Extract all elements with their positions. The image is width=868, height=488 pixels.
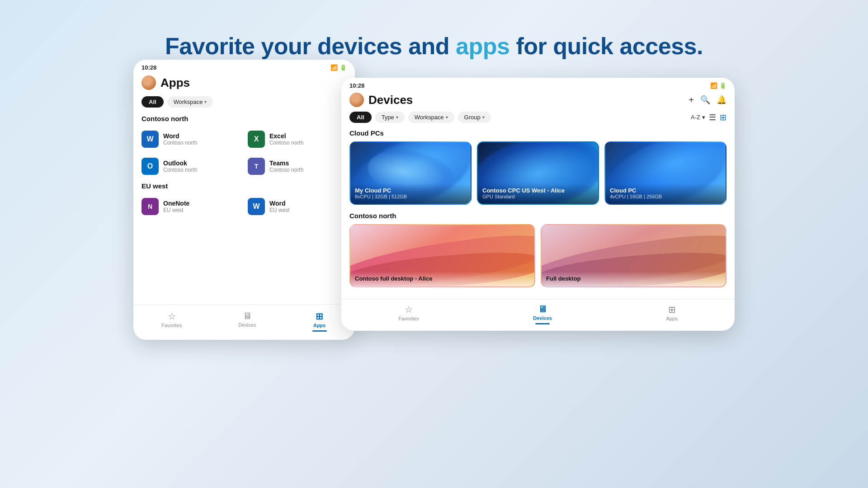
outlook-info: Outlook Contoso north [163, 160, 197, 173]
my-cloud-pc-spec: 8vCPU | 32GB | 512GB [355, 194, 466, 199]
devices-filter-all[interactable]: All [349, 112, 372, 123]
nav-devices[interactable]: 🖥 Devices [231, 309, 263, 333]
device-card-contoso-full-desktop[interactable]: Contoso full desktop - Alice [349, 224, 535, 287]
devices-filter-row: All Type ▾ Workspace ▾ Group ▾ A-Z ▾ [341, 112, 735, 127]
right-favorites-icon: ☆ [405, 304, 413, 315]
screenshots-container: 10:28 📶 🔋 Apps All Workspace ▾ Contoso n… [133, 60, 735, 340]
contoso-cpc-spec: GPU Standard [482, 194, 594, 199]
list-item[interactable]: W Word EU west [244, 193, 350, 220]
device-card-contoso-cpc[interactable]: Contoso CPC US West - Alice GPU Standard [477, 141, 599, 205]
sort-chevron-icon: ▾ [702, 114, 705, 121]
left-bottom-nav: ☆ Favorites 🖥 Devices ⊞ Apps [133, 304, 355, 340]
eu-west-grid: N OneNote EU west W Word EU west [133, 193, 355, 220]
workspace-chevron-icon2: ▾ [446, 115, 448, 120]
left-status-icons: 📶 🔋 [330, 64, 347, 71]
right-apps-label: Apps [666, 316, 678, 321]
devices-icon: 🖥 [243, 311, 252, 321]
cloud-pc-name: Cloud PC [610, 187, 721, 194]
nav-apps[interactable]: ⊞ Apps [305, 309, 334, 333]
workspace-chevron-icon: ▾ [204, 99, 207, 104]
word-icon: W [142, 131, 159, 148]
excel-info: Excel Contoso north [269, 132, 303, 146]
right-nav-devices[interactable]: 🖥 Devices [526, 302, 559, 326]
right-apps-icon: ⊞ [668, 304, 676, 315]
right-wifi-icon: 📶 [710, 82, 717, 89]
cloud-pc-spec: 4vCPU | 16GB | 256GB [610, 194, 721, 199]
full-desktop-name: Full desktop [546, 275, 721, 282]
app-sub: EU west [163, 207, 189, 213]
section-contoso-north: Contoso north [133, 112, 355, 126]
filter-workspace-button[interactable]: Workspace ▾ [167, 96, 213, 108]
nav-favorites[interactable]: ☆ Favorites [154, 309, 189, 333]
devices-header: Devices + 🔍 🔔 [341, 91, 735, 112]
type-chevron-icon: ▾ [396, 115, 398, 120]
app-name: Excel [269, 132, 303, 140]
devices-page-title: Devices [368, 93, 413, 107]
right-time: 10:28 [349, 82, 364, 89]
right-devices-label: Devices [533, 315, 552, 321]
app-sub: EU west [269, 207, 290, 213]
add-button[interactable]: + [689, 95, 694, 105]
app-name: Word [269, 200, 290, 207]
app-sub: Contoso north [163, 167, 197, 173]
excel-icon: X [248, 131, 265, 148]
my-cloud-pc-name: My Cloud PC [355, 187, 466, 194]
onenote-icon: N [142, 198, 159, 215]
devices-filter-group[interactable]: Group ▾ [458, 112, 491, 123]
right-status-icons: 📶 🔋 [710, 82, 726, 89]
contoso-north-devices-title: Contoso north [349, 212, 726, 220]
sort-az-button[interactable]: A-Z ▾ [691, 114, 705, 121]
hero-title: Favorite your devices and apps for quick… [165, 33, 703, 60]
list-item[interactable]: X Excel Contoso north [244, 126, 350, 152]
nav-favorites-label: Favorites [161, 323, 182, 328]
cloud-pcs-section-title: Cloud PCs [349, 129, 726, 137]
teams-icon: T [248, 158, 265, 175]
search-icon[interactable]: 🔍 [700, 95, 710, 105]
grid-view-icon[interactable]: ⊞ [720, 113, 726, 122]
cloud-pcs-grid: My Cloud PC 8vCPU | 32GB | 512GB Contoso… [349, 141, 726, 205]
avatar [142, 75, 156, 90]
devices-filter-workspace[interactable]: Workspace ▾ [408, 112, 454, 123]
device-card-my-cloud-pc[interactable]: My Cloud PC 8vCPU | 32GB | 512GB [349, 141, 472, 205]
left-status-bar: 10:28 📶 🔋 [133, 60, 355, 73]
onenote-info: OneNote EU west [163, 200, 189, 213]
list-item[interactable]: T Teams Contoso north [244, 153, 350, 179]
favorites-icon: ☆ [168, 311, 176, 322]
app-name: Outlook [163, 160, 197, 167]
app-sub: Contoso north [269, 140, 303, 146]
contoso-full-desktop-name: Contoso full desktop - Alice [355, 275, 530, 282]
right-nav-favorites[interactable]: ☆ Favorites [391, 302, 426, 326]
device-card-full-desktop[interactable]: Full desktop [541, 224, 726, 287]
devices-filter-right: A-Z ▾ ☰ ⊞ [691, 113, 726, 122]
right-status-bar: 10:28 📶 🔋 [341, 78, 735, 91]
outlook-icon: O [142, 158, 159, 175]
app-name: Word [163, 132, 197, 140]
device-card-cloud-pc[interactable]: Cloud PC 4vCPU | 16GB | 256GB [604, 141, 726, 205]
right-nav-active-indicator [535, 323, 550, 324]
my-cloud-pc-overlay: My Cloud PC 8vCPU | 32GB | 512GB [350, 183, 471, 204]
notification-icon[interactable]: 🔔 [717, 95, 726, 105]
right-battery-icon: 🔋 [719, 82, 726, 89]
list-item[interactable]: N OneNote EU west [138, 193, 244, 220]
app-name: Teams [269, 160, 303, 167]
list-view-icon[interactable]: ☰ [709, 113, 716, 122]
right-nav-apps[interactable]: ⊞ Apps [659, 302, 685, 326]
list-item[interactable]: O Outlook Contoso north [138, 153, 244, 179]
devices-header-left: Devices [349, 93, 413, 107]
list-item[interactable]: W Word Contoso north [138, 126, 244, 152]
filter-all-button[interactable]: All [142, 96, 164, 108]
nav-active-indicator [312, 330, 327, 332]
apps-filter-row: All Workspace ▾ [133, 94, 355, 112]
full-desktop-overlay: Full desktop [542, 272, 726, 286]
hero-section: Favorite your devices and apps for quick… [165, 16, 703, 60]
devices-avatar [349, 93, 364, 107]
right-favorites-label: Favorites [398, 316, 419, 321]
app-sub: Contoso north [269, 167, 303, 173]
left-time: 10:28 [142, 64, 156, 71]
devices-header-actions: + 🔍 🔔 [689, 95, 726, 105]
nav-devices-label: Devices [238, 322, 256, 328]
group-chevron-icon: ▾ [482, 115, 485, 120]
word2-info: Word EU west [269, 200, 290, 213]
apps-phone: 10:28 📶 🔋 Apps All Workspace ▾ Contoso n… [133, 60, 355, 340]
devices-filter-type[interactable]: Type ▾ [375, 112, 405, 123]
